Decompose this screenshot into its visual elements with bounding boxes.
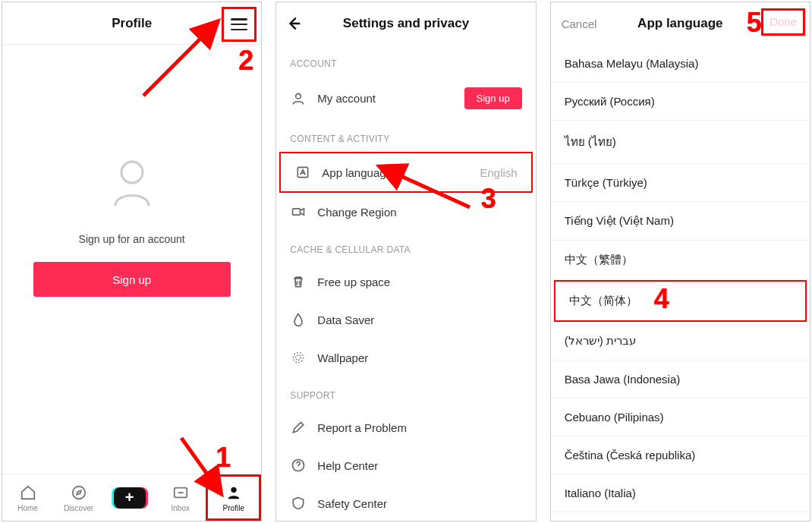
bottom-tabbar: Home Discover + Inbox Profile (2, 474, 261, 521)
tab-inbox[interactable]: Inbox (155, 474, 206, 521)
row-help-center[interactable]: Help Center (276, 446, 535, 484)
section-cache: CACHE & CELLULAR DATA (276, 231, 535, 263)
lang-item[interactable]: Magyar (Magyarország) (551, 512, 810, 521)
tab-discover[interactable]: Discover (53, 474, 104, 521)
settings-title: Settings and privacy (343, 16, 469, 31)
lang-item-selected[interactable]: 中文（简体） (555, 282, 805, 320)
video-icon (290, 203, 307, 220)
lang-item[interactable]: Русский (Россия) (551, 83, 810, 121)
profile-header: Profile (2, 2, 261, 45)
signup-prompt: Sign up for an account (79, 233, 185, 245)
section-account: ACCOUNT (276, 45, 535, 77)
drop-icon (290, 311, 307, 328)
lang-item[interactable]: Italiano (Italia) (551, 474, 810, 512)
row-app-language[interactable]: App language English (281, 153, 530, 191)
lang-item[interactable]: Bahasa Melayu (Malaysia) (551, 45, 810, 83)
tab-inbox-label: Inbox (171, 504, 189, 512)
done-button[interactable]: Done (761, 8, 805, 36)
section-support: SUPPORT (276, 376, 535, 408)
row-my-account-label: My account (317, 92, 453, 105)
language-header: Cancel App language Done (551, 2, 810, 45)
svg-rect-8 (293, 209, 301, 215)
wallpaper-icon (290, 349, 307, 366)
svg-point-1 (72, 486, 85, 499)
lang-item[interactable]: Türkçe (Türkiye) (551, 164, 810, 202)
tab-profile[interactable]: Profile (206, 474, 261, 521)
profile-body: Sign up for an account Sign up (2, 45, 261, 474)
back-button[interactable] (285, 2, 302, 45)
row-report-problem[interactable]: Report a Problem (276, 408, 535, 446)
row-data-saver-label: Data Saver (317, 313, 521, 326)
row-data-saver[interactable]: Data Saver (276, 301, 535, 339)
row-app-language-value: English (480, 166, 517, 179)
row-wallpaper-label: Wallpaper (317, 351, 521, 364)
profile-title: Profile (112, 16, 152, 31)
cancel-button[interactable]: Cancel (562, 17, 597, 30)
tab-home-label: Home (17, 504, 38, 512)
section-content: CONTENT & ACTIVITY (276, 120, 535, 152)
compass-icon (70, 484, 88, 502)
row-change-region[interactable]: Change Region (276, 193, 535, 231)
inbox-icon (172, 484, 190, 502)
lang-item[interactable]: ไทย (ไทย) (551, 121, 810, 164)
row-help-center-label: Help Center (317, 459, 521, 472)
menu-button[interactable] (222, 7, 257, 42)
trash-icon (290, 273, 307, 290)
svg-point-0 (121, 162, 143, 183)
row-safety-center-label: Safety Center (317, 497, 521, 510)
settings-header: Settings and privacy (276, 2, 535, 45)
lang-item[interactable]: Tiếng Việt (Việt Nam) (551, 202, 810, 241)
lang-item[interactable]: Čeština (Česká republika) (551, 436, 810, 474)
hamburger-icon (231, 18, 247, 30)
signup-pill[interactable]: Sign up (464, 87, 522, 109)
lang-item[interactable]: עברית (ישראל) (551, 322, 810, 361)
row-change-region-label: Change Region (317, 206, 521, 219)
person-icon (290, 90, 307, 107)
home-icon (19, 484, 37, 502)
plus-icon: + (114, 487, 146, 509)
panel-language: Cancel App language Done Bahasa Melayu (… (550, 2, 810, 521)
row-free-up-space[interactable]: Free up space (276, 263, 535, 301)
panel-settings: Settings and privacy ACCOUNT My account … (275, 2, 536, 521)
svg-point-6 (296, 93, 301, 99)
profile-icon (225, 484, 243, 502)
panel-profile: Profile Sign up for an account Sign up H… (2, 2, 262, 521)
shield-icon (290, 495, 307, 512)
language-icon (294, 164, 311, 181)
lang-item[interactable]: 中文（繁體） (551, 241, 810, 280)
pencil-icon (290, 419, 307, 436)
row-safety-center[interactable]: Safety Center (276, 484, 535, 521)
app-language-highlight: App language English (279, 152, 532, 193)
language-title: App language (637, 16, 722, 31)
signup-button[interactable]: Sign up (33, 262, 231, 297)
svg-point-10 (294, 352, 304, 362)
lang-item-selected-highlight: 中文（简体） 4 (554, 280, 807, 322)
help-icon (290, 457, 307, 474)
tab-discover-label: Discover (64, 504, 93, 512)
svg-point-9 (296, 355, 301, 361)
lang-item[interactable]: Cebuano (Pilipinas) (551, 399, 810, 436)
done-label: Done (770, 15, 797, 28)
lang-item[interactable]: Basa Jawa (Indonesia) (551, 361, 810, 399)
tab-profile-label: Profile (223, 504, 244, 512)
row-app-language-label: App language (322, 166, 469, 179)
back-arrow-icon (285, 15, 302, 32)
tab-create[interactable]: + (104, 474, 155, 521)
row-wallpaper[interactable]: Wallpaper (276, 339, 535, 376)
tab-home[interactable]: Home (2, 474, 53, 521)
row-report-problem-label: Report a Problem (317, 421, 521, 434)
svg-point-3 (231, 487, 236, 492)
language-list: Bahasa Melayu (Malaysia) Русский (Россия… (551, 45, 810, 521)
row-free-up-space-label: Free up space (317, 276, 521, 288)
avatar-placeholder-icon (111, 159, 153, 210)
row-my-account[interactable]: My account Sign up (276, 77, 535, 120)
